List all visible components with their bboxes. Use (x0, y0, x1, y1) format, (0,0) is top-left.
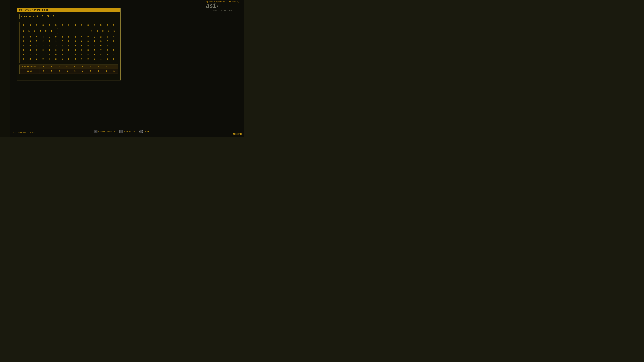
char-Y: Y (48, 65, 56, 69)
grid-cell: 0 (78, 53, 85, 57)
grid-cell: 7 (66, 23, 72, 27)
char-N: N (79, 65, 87, 69)
grid-cell: 3 (40, 23, 46, 27)
cancel-label: Cancel (144, 131, 150, 133)
grid-cell: 0 (85, 57, 91, 61)
grid-cell: 5 (111, 29, 117, 33)
grid-cell: 3 (100, 29, 106, 33)
grid-cell: 9 (66, 44, 72, 48)
grid-cell: 2 (92, 23, 98, 27)
code-8: 8 (55, 69, 63, 73)
grid-cell: 4 (72, 35, 78, 39)
grid-cell: 2 (98, 35, 104, 39)
grid-cell: 0 (66, 39, 72, 43)
grid-cell: 4 (92, 39, 98, 43)
grid-cell: 1 (27, 53, 33, 57)
grid-cell: 0 (98, 44, 104, 48)
l-button-move[interactable]: L (119, 130, 123, 133)
change-character-control: L Change Character (94, 130, 116, 133)
l-button-change[interactable]: L (94, 130, 98, 133)
cancel-control: ○ Cancel (139, 130, 150, 133)
grid-cell: 8 (106, 29, 111, 33)
grid-cell: 4 (59, 35, 66, 39)
grid-cell: 9 (59, 44, 66, 48)
characters-label: CHARACTERS (20, 65, 40, 69)
grid-cell: 4 (78, 57, 85, 61)
grid-row-2: 9 0 4 4 0 9 4 8 4 4 0 2 2 9 4 (21, 35, 117, 39)
grid-cell: 8 (66, 35, 72, 39)
grid-cell: 3 (21, 48, 27, 52)
char-T: T (110, 65, 118, 69)
grid-row-7: 1 2 7 9 7 2 5 9 2 4 0 0 4 1 8 (21, 57, 117, 61)
asi-subtitle: UTILI-POINT 8800 (206, 9, 239, 11)
grid-cell: 8 (104, 48, 110, 52)
grid-row-1: 1 1 6 2 8 1 ▲ ▼ 4 8 3 (21, 28, 117, 35)
code-9: 9 (71, 69, 79, 73)
move-cursor-label: Move Cursor (124, 131, 136, 133)
grid-cell: 6 (32, 29, 38, 33)
selected-cell[interactable] (55, 29, 59, 33)
grid-cell: 9 (40, 57, 46, 61)
grid-cell: 3 (34, 48, 40, 52)
asi-big-text: asi (206, 3, 216, 9)
code-4: 4 (79, 69, 87, 73)
char-L: L (71, 65, 79, 69)
arrow-up-icon: ▲ (57, 28, 58, 29)
grid-cell: 2 (38, 29, 43, 33)
grid-cell: 2 (92, 44, 98, 48)
grid-cell: 6 (59, 53, 66, 57)
watermark: ✦ THEGAMER (231, 133, 242, 135)
grid-cell: 0 (104, 44, 110, 48)
grid-cell: 5 (21, 53, 27, 57)
grid-cell: 0 (85, 39, 91, 43)
grid-cell: 0 (21, 39, 27, 43)
grid-cell (78, 31, 83, 32)
grid-cell: 9 (66, 48, 72, 52)
grid-cell: 7 (40, 53, 46, 57)
grid-cell: 2 (40, 39, 46, 43)
grid-cell: 0 (46, 35, 52, 39)
code-7: 7 (48, 69, 56, 73)
grid-cell: 9 (21, 44, 27, 48)
grid-cell: 0 (27, 35, 33, 39)
grid-cell: 4 (92, 48, 98, 52)
terminal-content: Code Word 9 0 5 3 6 6 0 3 4 5 6 7 8 0 8 … (17, 12, 120, 80)
change-character-label: Change Character (98, 131, 116, 133)
grid-cell: 6 (27, 23, 33, 27)
grid-cell: 4 (46, 23, 52, 27)
asi-star-icon: ✦ (216, 4, 218, 8)
number-grid: 6 6 0 3 4 5 6 7 8 0 8 2 5 3 9 1 1 6 (20, 22, 118, 63)
grid-cell: 5 (59, 57, 66, 61)
bottom-table: CHARACTERS I Y K E L N G P F T CODE 0 7 … (20, 64, 118, 74)
grid-cell: 6 (53, 48, 59, 52)
grid-cell: 3 (104, 53, 110, 57)
char-P: P (94, 65, 102, 69)
grid-cell: 4 (78, 39, 85, 43)
code-word-header: Code Word 9 0 5 3 (20, 14, 57, 19)
grid-cell: 9 (111, 23, 117, 27)
grid-cell: 4 (98, 57, 104, 61)
grid-cell: 2 (27, 57, 33, 61)
grid-cell: 0 (27, 39, 33, 43)
terminal-bottom-bar (20, 75, 118, 78)
grid-cell: 5 (98, 23, 104, 27)
code-0: 0 (40, 69, 48, 73)
grid-cell: 7 (111, 53, 117, 57)
grid-cell: 5 (53, 23, 59, 27)
grid-cell: 9 (104, 35, 110, 39)
controls-bar: L Change Character L Move Cursor ○ Cance… (94, 130, 150, 133)
cmd-value: sYs_##_OVERIDE/EXE (25, 9, 48, 11)
grid-cell: 4 (89, 29, 94, 33)
grid-cell: 7 (40, 44, 46, 48)
grid-cell: 4 (40, 35, 46, 39)
grid-cell: 3 (98, 39, 104, 43)
code-1: 1 (94, 69, 102, 73)
code-label: CODE (20, 69, 40, 73)
grid-cell: 2 (92, 35, 98, 39)
o-button-cancel[interactable]: ○ (139, 130, 143, 133)
terminal-window: CMD: sYs_##_OVERIDE/EXE Code Word 9 0 5 … (17, 8, 121, 80)
grid-cell: 3 (53, 44, 59, 48)
grid-cell: 2 (72, 53, 78, 57)
grid-cell: 1 (53, 39, 59, 43)
grid-cell: 4 (78, 35, 85, 39)
